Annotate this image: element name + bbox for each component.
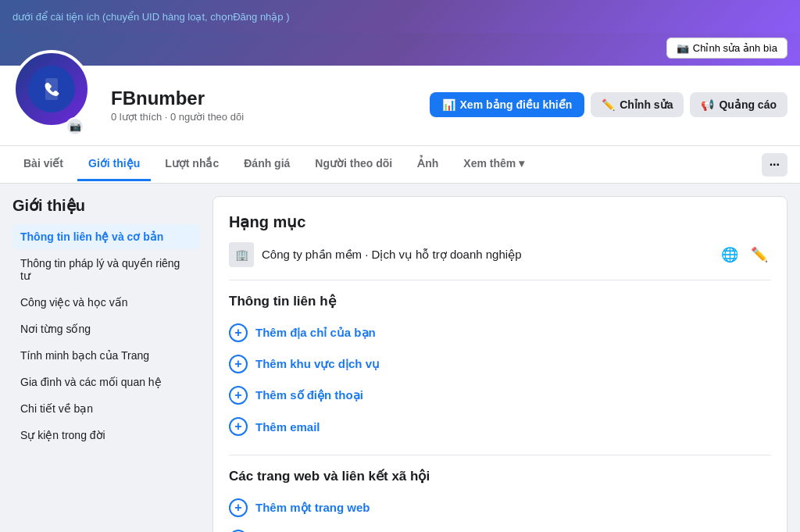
globe-icon-button[interactable]: 🌐	[718, 243, 741, 266]
add-phone-label: Thêm số điện thoại	[255, 388, 363, 402]
tab-luot-nhac[interactable]: Lượt nhắc	[154, 148, 230, 181]
add-email-link[interactable]: + Thêm email	[229, 411, 771, 442]
profile-name: FBnumber	[111, 87, 417, 109]
category-icon: 🏢	[229, 242, 254, 267]
add-address-link[interactable]: + Thêm địa chỉ của bạn	[229, 317, 771, 348]
sidebar: Giới thiệu Thông tin liên hệ và cơ bản T…	[12, 196, 200, 532]
pencil-edit-icon: ✏️	[751, 247, 768, 262]
top-banner: dưới để cài tiện ích (chuyển UID hàng lo…	[0, 0, 800, 33]
sidebar-title: Giới thiệu	[12, 196, 200, 215]
cover-edit-label: Chỉnh sửa ảnh bìa	[693, 42, 777, 54]
profile-nav: Bài viết Giới thiệu Lượt nhắc Đánh giá N…	[0, 145, 800, 183]
add-website-link[interactable]: + Thêm một trang web	[229, 492, 771, 523]
tab-danh-gia[interactable]: Đánh giá	[233, 148, 301, 181]
tab-xem-them[interactable]: Xem thêm ▾	[452, 148, 535, 181]
right-panel: Hạng mục 🏢 Công ty phần mềm · Dịch vụ hỗ…	[212, 196, 788, 532]
sidebar-item-gia-dinh[interactable]: Gia đình và các mối quan hệ	[12, 370, 200, 395]
sidebar-item-chi-tiet[interactable]: Chi tiết về bạn	[12, 396, 200, 421]
banner-text: dưới để cài tiện ích (chuyển UID hàng lo…	[12, 11, 233, 23]
pencil-icon: ✏️	[602, 98, 615, 111]
add-social-link[interactable]: + Thêm liên kết mạng xã hội	[229, 523, 771, 532]
cover-edit-button[interactable]: 📷 Chỉnh sửa ảnh bìa	[666, 37, 788, 59]
plus-icon-website: +	[229, 498, 248, 517]
category-text: Công ty phần mềm · Dịch vụ hỗ trợ doanh …	[262, 248, 710, 262]
add-service-area-link[interactable]: + Thêm khu vực dịch vụ	[229, 348, 771, 380]
web-section-title: Các trang web và liên kết xã hội	[229, 468, 771, 484]
camera-icon: 📷	[677, 42, 689, 54]
profile-cover: 📷 Chỉnh sửa ảnh bìa	[0, 33, 800, 66]
chart-icon: 📊	[442, 98, 455, 111]
sidebar-item-minh-bach[interactable]: Tính minh bạch của Trang	[12, 343, 200, 368]
category-section-title: Hạng mục	[229, 212, 771, 231]
plus-icon-email: +	[229, 417, 248, 436]
contact-section-title: Thông tin liên hệ	[229, 293, 771, 309]
add-address-label: Thêm địa chỉ của bạn	[255, 326, 376, 340]
plus-icon-address: +	[229, 323, 248, 342]
profile-info-row: 📷 FBnumber 0 lượt thích · 0 người theo d…	[0, 66, 800, 145]
divider-2	[229, 455, 771, 455]
profile-stats: 0 lượt thích · 0 người theo dõi	[111, 111, 417, 123]
globe-icon: 🌐	[721, 247, 738, 262]
category-row: 🏢 Công ty phần mềm · Dịch vụ hỗ trợ doan…	[229, 242, 771, 267]
avatar-icon	[28, 66, 75, 112]
plus-icon-service: +	[229, 355, 248, 373]
edit-label: Chỉnh sửa	[620, 98, 673, 111]
avatar-wrapper: 📷	[12, 73, 98, 136]
chevron-down-icon: ▾	[519, 157, 524, 170]
profile-text: FBnumber 0 lượt thích · 0 người theo dõi	[111, 87, 417, 123]
avatar	[12, 50, 91, 128]
tab-anh[interactable]: Ảnh	[406, 148, 449, 181]
edit-button[interactable]: ✏️ Chỉnh sửa	[591, 92, 684, 117]
avatar-camera-badge[interactable]: 📷	[66, 117, 84, 136]
megaphone-icon: 📢	[701, 98, 714, 111]
edit-category-button[interactable]: ✏️	[748, 243, 771, 266]
ads-label: Quảng cáo	[719, 98, 777, 111]
banner-link[interactable]: Đăng nhập	[233, 11, 283, 23]
plus-icon-phone: +	[229, 386, 248, 405]
tab-gioi-thieu[interactable]: Giới thiệu	[77, 148, 151, 181]
sidebar-item-su-kien[interactable]: Sự kiện trong đời	[12, 423, 200, 448]
divider-1	[229, 280, 771, 280]
add-phone-link[interactable]: + Thêm số điện thoại	[229, 380, 771, 411]
main-content: Giới thiệu Thông tin liên hệ và cơ bản T…	[0, 184, 800, 532]
dashboard-button[interactable]: 📊 Xem bảng điều khiển	[430, 92, 585, 117]
add-service-area-label: Thêm khu vực dịch vụ	[255, 357, 380, 371]
category-actions: 🌐 ✏️	[718, 243, 771, 266]
profile-header: 📷 Chỉnh sửa ảnh bìa	[0, 33, 800, 184]
add-email-label: Thêm email	[255, 420, 320, 434]
banner-close: )	[284, 11, 290, 23]
sidebar-item-cong-viec[interactable]: Công việc và học vấn	[12, 290, 200, 315]
tab-bai-viet[interactable]: Bài viết	[12, 148, 74, 181]
tab-nguoi-theo-doi[interactable]: Người theo dõi	[304, 148, 403, 181]
sidebar-item-phap-ly[interactable]: Thông tin pháp lý và quyền riêng tư	[12, 251, 200, 288]
sidebar-item-lien-he[interactable]: Thông tin liên hệ và cơ bản	[12, 224, 200, 249]
profile-actions: 📊 Xem bảng điều khiển ✏️ Chỉnh sửa 📢 Quả…	[430, 92, 788, 117]
sidebar-item-noi-song[interactable]: Nơi từng sống	[12, 316, 200, 341]
ads-button[interactable]: 📢 Quảng cáo	[690, 92, 788, 117]
dashboard-label: Xem bảng điều khiển	[460, 98, 573, 111]
nav-more-button[interactable]: ···	[762, 153, 788, 177]
add-website-label: Thêm một trang web	[255, 501, 370, 515]
